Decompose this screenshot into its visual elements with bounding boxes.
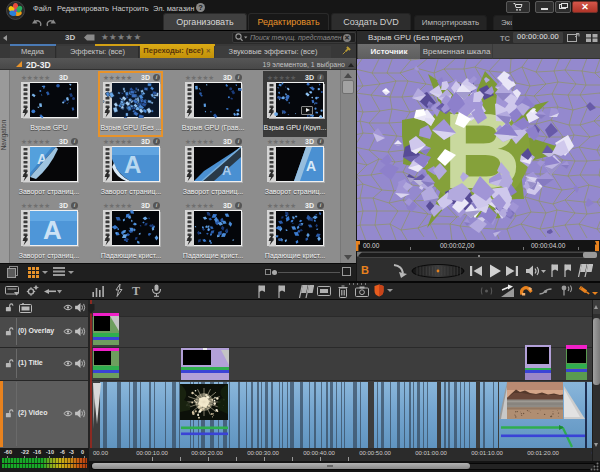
- svg-text:A: A: [306, 158, 316, 174]
- svg-text:A: A: [43, 215, 62, 245]
- svg-text:A: A: [124, 151, 141, 178]
- svg-text:A: A: [222, 163, 232, 178]
